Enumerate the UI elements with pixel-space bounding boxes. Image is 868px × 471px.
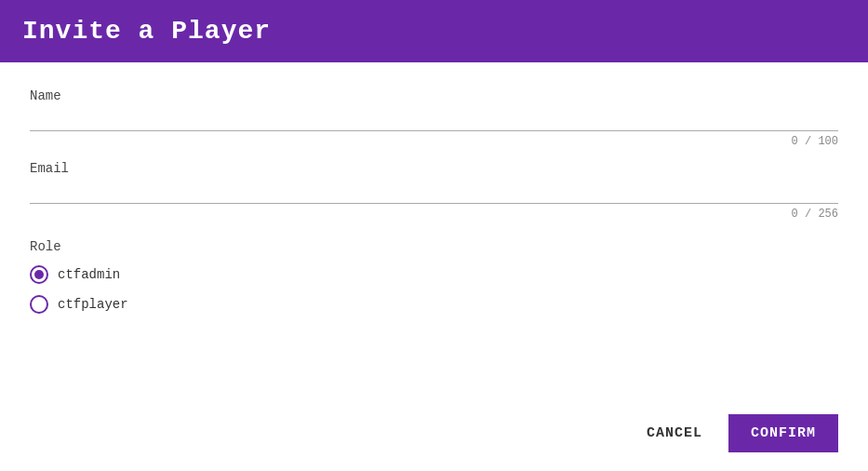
invite-player-dialog: Invite a Player Name 0 / 100 Email 0 / 2… xyxy=(0,0,868,471)
name-field-group: Name 0 / 100 xyxy=(30,88,838,157)
name-char-count: 0 / 100 xyxy=(30,135,838,148)
email-field-group: Email 0 / 256 xyxy=(30,161,838,230)
role-option-ctfplayer[interactable]: ctfplayer xyxy=(30,295,838,314)
name-input[interactable] xyxy=(30,107,838,131)
email-label: Email xyxy=(30,161,838,176)
role-label: Role xyxy=(30,239,838,254)
email-input[interactable] xyxy=(30,180,838,204)
cancel-button[interactable]: CANCEL xyxy=(628,414,721,452)
confirm-button[interactable]: CONFIRM xyxy=(728,414,838,452)
radio-ctfplayer-label: ctfplayer xyxy=(58,297,128,312)
dialog-title: Invite a Player xyxy=(22,17,846,46)
role-option-ctfadmin[interactable]: ctfadmin xyxy=(30,265,838,284)
dialog-body: Name 0 / 100 Email 0 / 256 Role ctfadmin… xyxy=(0,62,868,399)
dialog-footer: CANCEL CONFIRM xyxy=(0,399,868,471)
radio-ctfadmin-label: ctfadmin xyxy=(58,267,120,282)
email-char-count: 0 / 256 xyxy=(30,208,838,221)
radio-ctfadmin[interactable] xyxy=(30,265,48,284)
role-radio-group: ctfadmin ctfplayer xyxy=(30,265,838,314)
dialog-header: Invite a Player xyxy=(0,0,868,62)
name-label: Name xyxy=(30,88,838,103)
radio-ctfplayer[interactable] xyxy=(30,295,48,314)
